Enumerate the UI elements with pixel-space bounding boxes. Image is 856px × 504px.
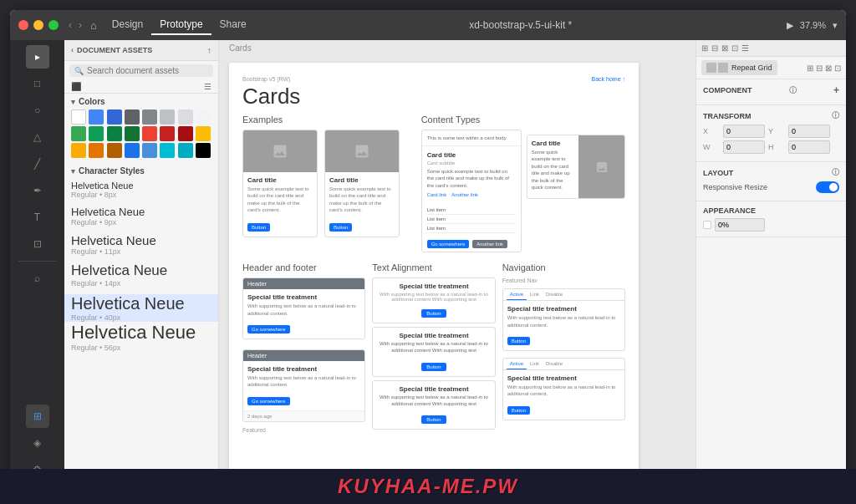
search-input[interactable] <box>87 66 208 75</box>
color-swatch[interactable] <box>178 109 193 125</box>
icon-1[interactable]: ⊞ <box>807 64 813 73</box>
opacity-input[interactable] <box>715 218 765 232</box>
color-swatch[interactable] <box>125 126 140 141</box>
tool-artboard[interactable]: ⊡ <box>26 232 49 256</box>
transform-info-icon[interactable]: ⓘ <box>832 110 839 121</box>
forward-arrow-icon[interactable]: › <box>79 19 82 31</box>
color-swatch[interactable] <box>71 126 86 141</box>
go-somewhere-btn[interactable]: Button <box>421 363 446 371</box>
card-button[interactable]: Button <box>329 223 352 232</box>
char-style-name[interactable]: Helvetica Neue <box>71 294 211 313</box>
color-swatch[interactable] <box>89 143 104 158</box>
align-center-icon[interactable]: ⊟ <box>711 43 718 53</box>
card-link-2[interactable]: Another link <box>451 192 478 197</box>
icon-3[interactable]: ⊠ <box>825 64 832 73</box>
color-swatch[interactable] <box>160 109 175 125</box>
tool-text[interactable]: T <box>26 206 49 229</box>
maximize-button[interactable] <box>48 20 59 30</box>
colors-chevron-icon[interactable]: ▾ <box>71 98 75 106</box>
canvas-scroll[interactable]: Bootstrap v5 (RW) Back home ↑ Cards Exam… <box>219 56 696 486</box>
char-style-name[interactable]: Helvetica Neue <box>71 181 211 191</box>
tab-prototype[interactable]: Prototype <box>151 15 211 35</box>
distribute-h-icon[interactable]: ⊡ <box>731 43 738 53</box>
tool-triangle[interactable]: △ <box>26 125 49 149</box>
card-button[interactable]: Button <box>247 223 270 232</box>
icon-2[interactable]: ⊟ <box>816 64 823 73</box>
color-swatch[interactable] <box>196 143 211 158</box>
align-left-icon[interactable]: ⊞ <box>701 43 708 53</box>
dropdown-icon[interactable]: ▾ <box>833 20 838 31</box>
tab-design[interactable]: Design <box>104 15 151 35</box>
color-swatch[interactable] <box>160 126 175 141</box>
nav-tab-link2[interactable]: Disable <box>543 289 566 300</box>
char-style-name[interactable]: Helvetica Neue <box>71 206 211 218</box>
x-input[interactable] <box>723 125 765 138</box>
component-plus-icon[interactable]: + <box>833 84 839 96</box>
close-button[interactable] <box>18 20 28 30</box>
layout-info-icon[interactable]: ⓘ <box>832 167 839 178</box>
y-input[interactable] <box>788 125 830 138</box>
minimize-button[interactable] <box>33 20 43 30</box>
play-icon[interactable]: ▶ <box>787 20 793 31</box>
char-styles-chevron-icon[interactable]: ▾ <box>71 167 75 176</box>
opacity-checkbox[interactable] <box>703 221 711 229</box>
home-icon[interactable]: ⌂ <box>90 19 97 32</box>
tool-select[interactable]: ▸ <box>26 45 49 69</box>
go-somewhere-btn[interactable]: Go somewhere <box>247 325 290 333</box>
color-swatch[interactable] <box>178 143 193 158</box>
list-view-icon[interactable]: ☰ <box>204 82 211 91</box>
another-btn[interactable]: Another link <box>472 240 507 248</box>
color-swatch[interactable] <box>196 109 211 125</box>
color-swatch[interactable] <box>142 109 157 125</box>
tool-rectangle[interactable]: □ <box>26 72 49 95</box>
color-swatch[interactable] <box>107 126 122 141</box>
color-swatch[interactable] <box>89 109 104 125</box>
tool-zoom[interactable]: ⌕ <box>26 267 49 290</box>
repeat-grid-button[interactable]: Repeat Grid <box>701 60 777 75</box>
color-swatch[interactable] <box>125 109 140 125</box>
nav-tab-link[interactable]: Link <box>527 289 543 300</box>
h-input[interactable] <box>788 140 830 154</box>
component-info-icon[interactable]: ⓘ <box>789 85 797 96</box>
upload-icon[interactable]: ↑ <box>207 45 212 55</box>
back-arrow-icon[interactable]: ‹ <box>69 19 72 31</box>
nav-tab-link[interactable]: Link <box>527 359 543 369</box>
card-btn[interactable]: Button <box>507 337 530 345</box>
color-swatch[interactable] <box>71 143 86 158</box>
back-chevron-icon[interactable]: ‹ <box>71 46 74 54</box>
tool-layers[interactable]: ⊞ <box>26 405 49 428</box>
char-style-name[interactable]: Helvetica Neue <box>71 233 211 247</box>
tool-ellipse[interactable]: ○ <box>26 99 49 122</box>
card-btn[interactable]: Button <box>507 406 530 415</box>
nav-tab-link2[interactable]: Disable <box>543 359 566 369</box>
group-icon[interactable]: ☰ <box>741 43 749 53</box>
filter-icon[interactable]: ⬛ <box>71 82 81 91</box>
w-input[interactable] <box>723 140 765 154</box>
go-somewhere-btn[interactable]: Button <box>421 415 446 424</box>
tool-line[interactable]: ╱ <box>26 152 49 176</box>
responsive-resize-toggle[interactable] <box>816 181 839 193</box>
align-right-icon[interactable]: ⊠ <box>721 43 728 53</box>
nav-tab-active[interactable]: Active <box>507 359 527 369</box>
color-swatch[interactable] <box>196 126 211 141</box>
go-somewhere-btn[interactable]: Button <box>421 309 446 318</box>
color-swatch[interactable] <box>142 143 157 158</box>
color-swatch[interactable] <box>71 109 86 125</box>
color-swatch[interactable] <box>89 126 104 141</box>
tool-pen[interactable]: ✒ <box>26 179 49 202</box>
color-swatch[interactable] <box>142 126 157 141</box>
color-swatch[interactable] <box>107 143 122 158</box>
tool-assets[interactable]: ◈ <box>26 431 49 455</box>
color-swatch[interactable] <box>125 143 140 158</box>
card-link-1[interactable]: Card link <box>427 192 447 197</box>
color-swatch[interactable] <box>178 126 193 141</box>
char-style-name[interactable]: Helvetica Neue <box>71 262 211 279</box>
icon-4[interactable]: ⊡ <box>834 64 841 73</box>
nav-tab-active[interactable]: Active <box>507 289 527 300</box>
color-swatch[interactable] <box>107 109 122 125</box>
char-style-name[interactable]: Helvetica Neue <box>71 322 211 344</box>
back-home-link[interactable]: Back home ↑ <box>592 76 625 82</box>
tab-share[interactable]: Share <box>211 15 255 35</box>
color-swatch[interactable] <box>160 143 175 158</box>
go-somewhere-btn[interactable]: Go somewhere <box>247 397 290 405</box>
